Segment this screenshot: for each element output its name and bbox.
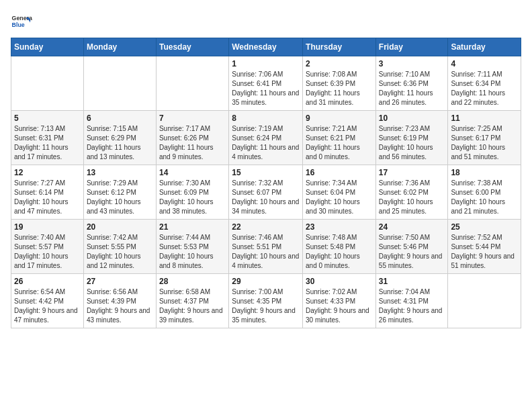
calendar-cell	[156, 56, 228, 111]
day-number: 16	[306, 168, 373, 177]
day-info: Sunrise: 7:13 AM Sunset: 6:31 PM Dayligh…	[14, 124, 81, 162]
day-number: 28	[159, 277, 226, 286]
header-tuesday: Tuesday	[156, 38, 228, 56]
day-info: Sunrise: 7:19 AM Sunset: 6:24 PM Dayligh…	[232, 124, 300, 162]
logo: General Blue	[11, 11, 32, 32]
day-number: 4	[451, 59, 518, 68]
day-number: 22	[232, 222, 300, 232]
day-number: 15	[232, 168, 300, 177]
calendar-cell: 10Sunrise: 7:23 AM Sunset: 6:19 PM Dayli…	[375, 111, 448, 165]
calendar-cell: 29Sunrise: 7:00 AM Sunset: 4:35 PM Dayli…	[229, 274, 303, 328]
day-info: Sunrise: 7:17 AM Sunset: 6:26 PM Dayligh…	[159, 124, 226, 162]
calendar-cell: 3Sunrise: 7:10 AM Sunset: 6:36 PM Daylig…	[375, 56, 448, 111]
day-number: 21	[159, 222, 226, 232]
day-number: 10	[379, 113, 445, 123]
day-info: Sunrise: 7:38 AM Sunset: 6:00 PM Dayligh…	[451, 179, 518, 216]
week-row-1: 5Sunrise: 7:13 AM Sunset: 6:31 PM Daylig…	[11, 111, 521, 165]
day-number: 31	[379, 277, 445, 286]
header-sunday: Sunday	[11, 38, 84, 56]
header-saturday: Saturday	[448, 38, 521, 56]
day-info: Sunrise: 7:46 AM Sunset: 5:51 PM Dayligh…	[232, 233, 300, 271]
calendar-cell: 15Sunrise: 7:32 AM Sunset: 6:07 PM Dayli…	[229, 165, 303, 220]
header-friday: Friday	[375, 38, 448, 56]
calendar-cell: 26Sunrise: 6:54 AM Sunset: 4:42 PM Dayli…	[11, 274, 84, 328]
day-number: 26	[14, 277, 81, 286]
calendar-cell	[11, 56, 84, 111]
calendar-cell: 11Sunrise: 7:25 AM Sunset: 6:17 PM Dayli…	[448, 111, 521, 165]
day-info: Sunrise: 7:21 AM Sunset: 6:21 PM Dayligh…	[306, 124, 373, 162]
header-monday: Monday	[83, 38, 156, 56]
day-number: 24	[379, 222, 445, 232]
calendar-cell: 28Sunrise: 6:58 AM Sunset: 4:37 PM Dayli…	[156, 274, 228, 328]
day-number: 25	[451, 222, 518, 232]
calendar-cell: 13Sunrise: 7:29 AM Sunset: 6:12 PM Dayli…	[83, 165, 156, 220]
day-info: Sunrise: 7:32 AM Sunset: 6:07 PM Dayligh…	[232, 179, 300, 216]
day-number: 23	[306, 222, 373, 232]
calendar-cell: 2Sunrise: 7:08 AM Sunset: 6:39 PM Daylig…	[303, 56, 376, 111]
day-number: 18	[451, 168, 518, 177]
day-number: 5	[14, 113, 81, 123]
day-number: 8	[232, 113, 300, 123]
day-number: 9	[306, 113, 373, 123]
day-info: Sunrise: 7:08 AM Sunset: 6:39 PM Dayligh…	[306, 70, 373, 107]
calendar-cell	[448, 274, 521, 328]
day-number: 2	[306, 59, 373, 68]
calendar-cell: 4Sunrise: 7:11 AM Sunset: 6:34 PM Daylig…	[448, 56, 521, 111]
day-number: 29	[232, 277, 300, 286]
day-info: Sunrise: 7:44 AM Sunset: 5:53 PM Dayligh…	[159, 233, 226, 271]
calendar-cell: 12Sunrise: 7:27 AM Sunset: 6:14 PM Dayli…	[11, 165, 84, 220]
week-row-3: 19Sunrise: 7:40 AM Sunset: 5:57 PM Dayli…	[11, 220, 521, 274]
day-number: 30	[306, 277, 373, 286]
day-info: Sunrise: 7:40 AM Sunset: 5:57 PM Dayligh…	[14, 233, 81, 271]
day-info: Sunrise: 7:02 AM Sunset: 4:33 PM Dayligh…	[306, 287, 373, 325]
day-info: Sunrise: 7:48 AM Sunset: 5:48 PM Dayligh…	[306, 233, 373, 271]
calendar-cell: 9Sunrise: 7:21 AM Sunset: 6:21 PM Daylig…	[303, 111, 376, 165]
day-info: Sunrise: 7:27 AM Sunset: 6:14 PM Dayligh…	[14, 179, 81, 216]
header-wednesday: Wednesday	[229, 38, 303, 56]
calendar-cell: 14Sunrise: 7:30 AM Sunset: 6:09 PM Dayli…	[156, 165, 228, 220]
calendar-cell: 7Sunrise: 7:17 AM Sunset: 6:26 PM Daylig…	[156, 111, 228, 165]
calendar-cell: 22Sunrise: 7:46 AM Sunset: 5:51 PM Dayli…	[229, 220, 303, 274]
calendar-cell: 20Sunrise: 7:42 AM Sunset: 5:55 PM Dayli…	[83, 220, 156, 274]
calendar-cell: 25Sunrise: 7:52 AM Sunset: 5:44 PM Dayli…	[448, 220, 521, 274]
day-info: Sunrise: 7:52 AM Sunset: 5:44 PM Dayligh…	[451, 233, 518, 271]
svg-text:Blue: Blue	[12, 21, 25, 28]
day-number: 12	[14, 168, 81, 177]
day-info: Sunrise: 7:29 AM Sunset: 6:12 PM Dayligh…	[87, 179, 153, 216]
calendar-header-row: SundayMondayTuesdayWednesdayThursdayFrid…	[11, 38, 521, 56]
calendar-cell: 19Sunrise: 7:40 AM Sunset: 5:57 PM Dayli…	[11, 220, 84, 274]
day-info: Sunrise: 7:30 AM Sunset: 6:09 PM Dayligh…	[159, 179, 226, 216]
day-info: Sunrise: 7:06 AM Sunset: 6:41 PM Dayligh…	[232, 70, 300, 107]
calendar-cell: 1Sunrise: 7:06 AM Sunset: 6:41 PM Daylig…	[229, 56, 303, 111]
day-info: Sunrise: 7:36 AM Sunset: 6:02 PM Dayligh…	[379, 179, 445, 216]
day-info: Sunrise: 7:15 AM Sunset: 6:29 PM Dayligh…	[87, 124, 153, 162]
day-number: 27	[87, 277, 153, 286]
day-number: 13	[87, 168, 153, 177]
day-info: Sunrise: 7:34 AM Sunset: 6:04 PM Dayligh…	[306, 179, 373, 216]
day-number: 19	[14, 222, 81, 232]
calendar-cell: 6Sunrise: 7:15 AM Sunset: 6:29 PM Daylig…	[83, 111, 156, 165]
header-thursday: Thursday	[303, 38, 376, 56]
day-number: 6	[87, 113, 153, 123]
day-number: 20	[87, 222, 153, 232]
day-info: Sunrise: 7:10 AM Sunset: 6:36 PM Dayligh…	[379, 70, 445, 107]
day-info: Sunrise: 6:54 AM Sunset: 4:42 PM Dayligh…	[14, 287, 81, 325]
calendar-cell: 23Sunrise: 7:48 AM Sunset: 5:48 PM Dayli…	[303, 220, 376, 274]
day-info: Sunrise: 7:50 AM Sunset: 5:46 PM Dayligh…	[379, 233, 445, 271]
day-number: 11	[451, 113, 518, 123]
calendar-cell: 24Sunrise: 7:50 AM Sunset: 5:46 PM Dayli…	[375, 220, 448, 274]
day-number: 14	[159, 168, 226, 177]
week-row-2: 12Sunrise: 7:27 AM Sunset: 6:14 PM Dayli…	[11, 165, 521, 220]
day-number: 17	[379, 168, 445, 177]
day-info: Sunrise: 6:56 AM Sunset: 4:39 PM Dayligh…	[87, 287, 153, 325]
calendar-cell: 27Sunrise: 6:56 AM Sunset: 4:39 PM Dayli…	[83, 274, 156, 328]
day-info: Sunrise: 7:04 AM Sunset: 4:31 PM Dayligh…	[379, 287, 445, 325]
day-number: 7	[159, 113, 226, 123]
calendar-cell: 18Sunrise: 7:38 AM Sunset: 6:00 PM Dayli…	[448, 165, 521, 220]
calendar-cell: 8Sunrise: 7:19 AM Sunset: 6:24 PM Daylig…	[229, 111, 303, 165]
calendar-cell: 5Sunrise: 7:13 AM Sunset: 6:31 PM Daylig…	[11, 111, 84, 165]
day-info: Sunrise: 7:42 AM Sunset: 5:55 PM Dayligh…	[87, 233, 153, 271]
calendar-cell: 21Sunrise: 7:44 AM Sunset: 5:53 PM Dayli…	[156, 220, 228, 274]
week-row-4: 26Sunrise: 6:54 AM Sunset: 4:42 PM Dayli…	[11, 274, 521, 328]
calendar-cell: 17Sunrise: 7:36 AM Sunset: 6:02 PM Dayli…	[375, 165, 448, 220]
